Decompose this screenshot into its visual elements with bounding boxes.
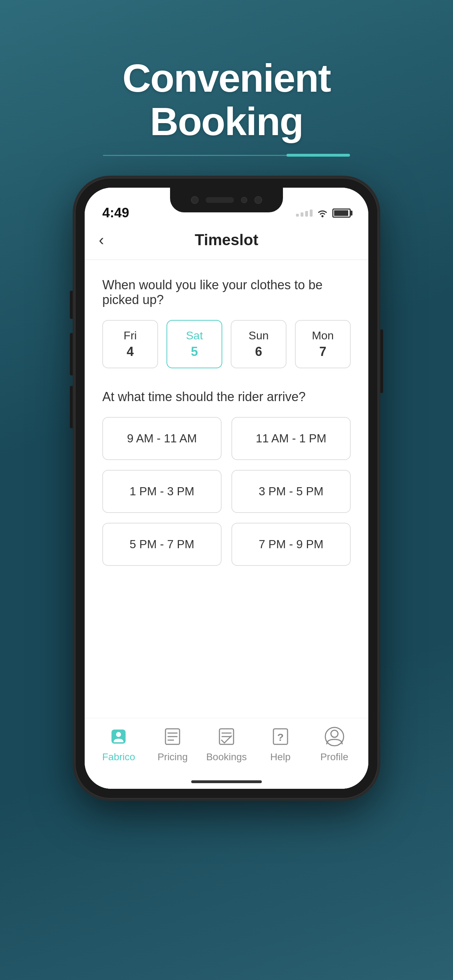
day-selector: Fri 4 Sat 5 Sun 6 Mon 7 xyxy=(102,320,351,368)
timeslot-5[interactable]: 7 PM - 9 PM xyxy=(231,523,351,566)
main-content: When would you like your clothes to be p… xyxy=(85,260,368,718)
status-icons xyxy=(296,208,351,218)
nav-profile-label: Profile xyxy=(320,751,348,763)
pickup-question: When would you like your clothes to be p… xyxy=(102,278,351,307)
timeslot-2[interactable]: 1 PM - 3 PM xyxy=(102,470,222,513)
phone-mockup: 4:49 xyxy=(75,178,378,799)
hero-divider xyxy=(103,154,350,157)
home-indicator xyxy=(85,780,368,789)
app-header: ‹ Timeslot xyxy=(85,221,368,260)
nav-fabrico-label: Fabrico xyxy=(102,751,135,763)
timeslot-1[interactable]: 11 AM - 1 PM xyxy=(231,417,351,460)
time-question: At what time should the rider arrive? xyxy=(102,390,351,404)
nav-pricing-label: Pricing xyxy=(157,751,188,763)
wifi-icon xyxy=(316,208,329,218)
svg-point-0 xyxy=(321,215,324,217)
notch-camera2 xyxy=(254,196,262,204)
nav-bookings[interactable]: Bookings xyxy=(205,725,248,763)
face-sensor xyxy=(206,197,234,203)
help-icon: ? xyxy=(269,725,292,748)
silent-button xyxy=(70,386,73,428)
volume-up-button xyxy=(70,291,73,319)
timeslot-4[interactable]: 5 PM - 7 PM xyxy=(102,523,222,566)
divider-left xyxy=(103,155,286,156)
divider-right xyxy=(286,154,350,157)
day-mon[interactable]: Mon 7 xyxy=(295,320,351,368)
hero-section: Convenient Booking xyxy=(122,28,331,143)
pricing-icon xyxy=(161,725,184,748)
battery-icon xyxy=(332,208,351,218)
bottom-nav: Fabrico Pricing xyxy=(85,718,368,780)
volume-down-button xyxy=(70,333,73,375)
profile-icon xyxy=(323,725,346,748)
phone-screen: 4:49 xyxy=(85,188,368,789)
hero-title: Convenient Booking xyxy=(122,56,331,143)
speaker-dot xyxy=(241,197,247,203)
day-fri[interactable]: Fri 4 xyxy=(102,320,158,368)
power-button xyxy=(380,329,383,393)
bookings-icon xyxy=(215,725,238,748)
svg-point-13 xyxy=(331,730,338,737)
day-sun[interactable]: Sun 6 xyxy=(231,320,286,368)
status-time: 4:49 xyxy=(102,205,129,221)
day-sat[interactable]: Sat 5 xyxy=(167,320,222,368)
nav-profile[interactable]: Profile xyxy=(313,725,356,763)
svg-point-2 xyxy=(116,732,121,737)
front-camera xyxy=(191,196,199,204)
signal-icon xyxy=(296,210,313,216)
phone-notch xyxy=(170,188,283,212)
nav-help[interactable]: ? Help xyxy=(259,725,302,763)
hero-line2: Booking xyxy=(150,99,303,143)
nav-bookings-label: Bookings xyxy=(206,751,246,763)
home-bar xyxy=(191,780,262,783)
nav-help-label: Help xyxy=(270,751,291,763)
nav-pricing[interactable]: Pricing xyxy=(151,725,194,763)
timeslot-0[interactable]: 9 AM - 11 AM xyxy=(102,417,222,460)
timeslot-grid: 9 AM - 11 AM 11 AM - 1 PM 1 PM - 3 PM 3 … xyxy=(102,417,351,566)
svg-text:?: ? xyxy=(277,731,284,743)
app-content: ‹ Timeslot When would you like your clot… xyxy=(85,221,368,789)
timeslot-3[interactable]: 3 PM - 5 PM xyxy=(231,470,351,513)
page-title: Timeslot xyxy=(195,231,258,249)
nav-fabrico[interactable]: Fabrico xyxy=(97,725,140,763)
back-button[interactable]: ‹ xyxy=(99,231,104,249)
hero-line1: Convenient xyxy=(122,56,331,100)
home-icon xyxy=(107,725,130,748)
